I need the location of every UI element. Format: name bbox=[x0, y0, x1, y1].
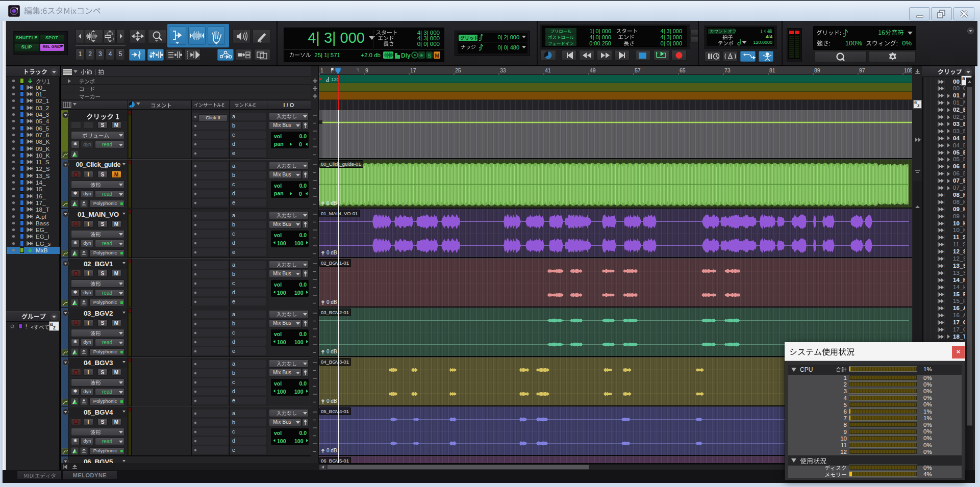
svg-text:73: 73 bbox=[724, 67, 731, 73]
svg-text:0: 0 bbox=[299, 191, 302, 196]
svg-text:100: 100 bbox=[294, 389, 304, 394]
svg-text:Dly: Dly bbox=[401, 52, 411, 59]
svg-text:100: 100 bbox=[294, 439, 304, 444]
svg-text:57: 57 bbox=[635, 67, 641, 73]
svg-text:89: 89 bbox=[814, 67, 820, 73]
svg-text:100: 100 bbox=[277, 340, 286, 345]
svg-text:25: 25 bbox=[455, 67, 461, 73]
svg-text:65: 65 bbox=[680, 67, 686, 73]
svg-text:0: 0 bbox=[299, 142, 302, 147]
svg-text:41: 41 bbox=[545, 67, 551, 73]
svg-text:9: 9 bbox=[365, 67, 368, 73]
svg-text:105: 105 bbox=[904, 67, 912, 73]
svg-text:97: 97 bbox=[859, 67, 865, 73]
svg-text:17: 17 bbox=[410, 67, 416, 73]
svg-text:100: 100 bbox=[277, 439, 286, 444]
svg-text:100: 100 bbox=[294, 340, 304, 345]
svg-text:✳: ✳ bbox=[419, 53, 423, 58]
svg-text:100: 100 bbox=[294, 290, 304, 295]
svg-text:100: 100 bbox=[277, 389, 286, 394]
svg-text:1: 1 bbox=[320, 67, 323, 73]
svg-text:100: 100 bbox=[277, 241, 286, 246]
svg-text:100: 100 bbox=[277, 290, 286, 295]
svg-text:100: 100 bbox=[294, 241, 304, 246]
svg-text:33: 33 bbox=[500, 67, 506, 73]
svg-text:81: 81 bbox=[769, 67, 775, 73]
svg-text:M: M bbox=[435, 53, 439, 59]
svg-text:49: 49 bbox=[590, 67, 596, 73]
svg-text:S: S bbox=[428, 53, 431, 59]
